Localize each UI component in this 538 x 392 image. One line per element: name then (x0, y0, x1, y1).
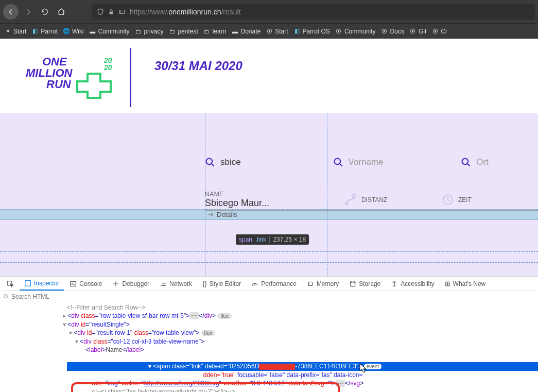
clock-icon (442, 194, 454, 206)
search-name-cell (205, 157, 333, 167)
svg-rect-10 (308, 282, 312, 285)
reload-button[interactable] (38, 5, 51, 19)
tab-performance[interactable]: Performance (247, 277, 301, 291)
column-distanz: DISTANZ (344, 191, 442, 209)
inspector-guide (0, 262, 538, 263)
column-zeit: ZEIT (442, 191, 472, 209)
lock-icon (108, 9, 114, 15)
result-name: Sbicego Maur... (205, 198, 344, 209)
bookmark-community2[interactable]: ⦿Community (335, 28, 376, 35)
route-icon (344, 193, 357, 207)
details-label: Details (217, 211, 237, 218)
bookmark-docs[interactable]: ⦿Docs (381, 28, 404, 35)
inspector-tooltip: span.link 237.25 × 18 (236, 234, 309, 245)
page-header: ONE MILLION RUN 20 20 30/31 MAI 2020 (0, 39, 538, 113)
bookmark-pentest[interactable]: 🗀pentest (168, 28, 198, 35)
highlighted-dom-node[interactable]: ▾ <span class="link" data-id="0252D56D-7… (67, 362, 538, 371)
svg-point-2 (206, 159, 213, 165)
tab-accessibility[interactable]: Accessibility (386, 277, 439, 291)
svg-point-13 (4, 294, 8, 298)
svg-point-4 (462, 159, 468, 165)
svg-point-12 (394, 281, 395, 282)
logo[interactable]: ONE MILLION RUN 20 20 (15, 53, 108, 99)
arrow-right-icon: ➔ (208, 211, 214, 218)
bookmark-learn[interactable]: 🗀learn (203, 28, 227, 35)
event-date: 30/31 MAI 2020 (154, 59, 242, 73)
svg-point-3 (334, 159, 340, 165)
search-name-input[interactable] (220, 157, 313, 167)
distanz-label: DISTANZ (361, 196, 387, 203)
search-vorname-input[interactable] (349, 157, 441, 167)
tooltip-tag: span (239, 236, 252, 243)
column-name: NAME Sbicego Maur... (205, 191, 344, 209)
browser-nav-bar: https://www.onemillionrun.ch/result (0, 0, 538, 23)
tooltip-dims: 237.25 × 18 (269, 236, 306, 243)
search-icon (3, 294, 9, 300)
shield-icon (97, 8, 104, 15)
details-link-row[interactable]: ➔ Details (0, 209, 538, 220)
bookmark-git[interactable]: ⦿Git (409, 28, 426, 35)
bookmark-community[interactable]: ▬Community (89, 28, 130, 35)
svg-point-5 (345, 202, 348, 204)
inspector-guide (0, 251, 538, 252)
devtools-search-bar (0, 291, 538, 302)
url-text: https://www.onemillionrun.ch/result (130, 8, 241, 16)
search-icon (205, 157, 215, 167)
bookmark-start[interactable]: ✦Start (4, 28, 26, 35)
logo-cross-icon (72, 71, 118, 99)
result-header-row: NAME Sbicego Maur... DISTANZ ZEIT (0, 191, 538, 209)
tab-inspector[interactable]: Inspector (20, 277, 64, 291)
devtools-tabs: Inspector Console Debugger Network {}Sty… (0, 277, 538, 291)
devtools-panel: Inspector Console Debugger Network {}Sty… (0, 276, 538, 392)
tooltip-class: .link (255, 236, 266, 243)
bookmark-start2[interactable]: ⦿Start (266, 28, 288, 35)
tab-debugger[interactable]: Debugger (108, 277, 154, 291)
svg-rect-8 (25, 280, 31, 286)
tab-memory[interactable]: Memory (302, 277, 343, 291)
bookmark-cr[interactable]: ⦿Cr (431, 28, 447, 35)
svg-point-11 (351, 281, 355, 283)
search-icon (333, 157, 343, 167)
search-ort-cell (461, 157, 538, 167)
bookmark-privacy[interactable]: 🗀privacy (134, 28, 163, 35)
divider (205, 264, 538, 264)
home-button[interactable] (55, 5, 68, 19)
tab-network[interactable]: Network (155, 277, 197, 291)
page-content: ONE MILLION RUN 20 20 30/31 MAI 2020 NAM… (0, 39, 538, 276)
devtools-picker[interactable] (2, 277, 19, 291)
devtools-dom-tree[interactable]: <!--Filter and Search Row--> ▸ <div clas… (0, 302, 538, 392)
tab-style-editor[interactable]: {}Style Editor (198, 277, 246, 291)
svg-rect-0 (110, 11, 113, 14)
tab-storage[interactable]: Storage (344, 277, 385, 291)
bookmark-parrotos[interactable]: ◧Parrot OS (293, 28, 330, 35)
url-bar[interactable]: https://www.onemillionrun.ch/result (92, 4, 535, 20)
zeit-label: ZEIT (458, 196, 472, 203)
logo-year: 20 (104, 63, 112, 72)
divider (130, 48, 131, 107)
search-row (0, 157, 538, 167)
bookmark-parrot[interactable]: ◧Parrot (31, 28, 58, 35)
devtools-search-input[interactable] (11, 293, 166, 300)
search-icon (461, 157, 471, 167)
logo-text: RUN (46, 78, 71, 91)
search-vorname-cell (333, 157, 461, 167)
name-label: NAME (205, 191, 344, 198)
tab-console[interactable]: Console (65, 277, 107, 291)
permissions-icon (118, 9, 126, 15)
tab-whatsnew[interactable]: ⊞What's New (440, 277, 491, 291)
bookmarks-bar: ✦Start ◧Parrot 🌐Wiki ▬Community 🗀privacy… (0, 23, 538, 39)
forward-button[interactable] (22, 5, 35, 19)
bookmark-donate[interactable]: ▬Donate (231, 28, 261, 35)
search-ort-input[interactable] (476, 157, 538, 167)
redacted-block (259, 364, 295, 370)
bookmark-wiki[interactable]: 🌐Wiki (63, 28, 84, 35)
svg-rect-9 (71, 281, 76, 286)
divider (205, 210, 538, 211)
back-button[interactable] (3, 4, 19, 20)
